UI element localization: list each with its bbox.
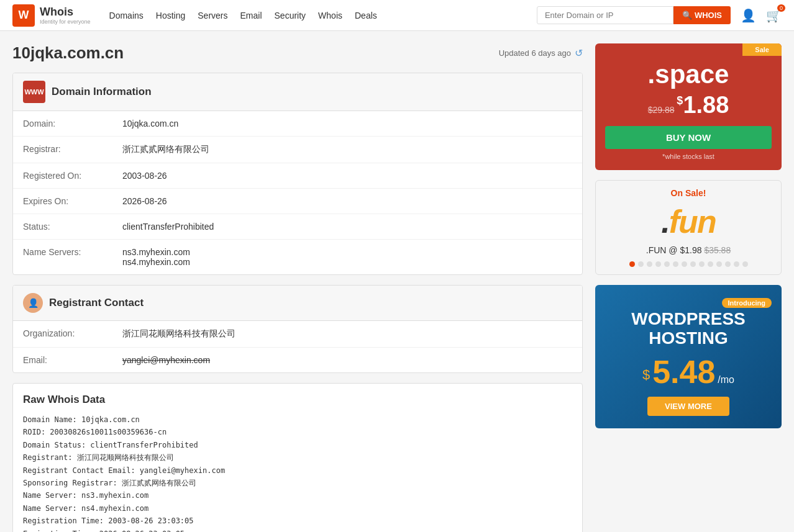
domain-info-header: WWW Domain Information	[13, 73, 582, 111]
domain-info-card: WWW Domain Information Domain: 10jqka.co…	[12, 73, 583, 275]
search-btn-label: WHOIS	[695, 11, 722, 20]
carousel-dot[interactable]	[682, 261, 687, 267]
fun-ad: On Sale! .fun .FUN @ $1.98 $35.88	[595, 180, 782, 275]
nav-servers[interactable]: Servers	[198, 11, 227, 20]
value-organization: 浙江同花顺网络科技有限公司	[122, 328, 235, 340]
header: W Whois Identity for everyone Domains Ho…	[0, 0, 794, 31]
carousel-dot[interactable]	[647, 261, 652, 267]
fun-logo: .fun	[603, 203, 773, 240]
value-nameservers: ns3.myhexin.com ns4.myhexin.com	[122, 247, 190, 267]
carousel-dot[interactable]	[725, 261, 731, 267]
search-button[interactable]: 🔍 WHOIS	[673, 6, 731, 24]
carousel-dot[interactable]	[673, 261, 678, 267]
space-ad: Sale .space $29.88 $1.88 BUY NOW *while …	[595, 43, 782, 170]
wp-per: /mo	[718, 374, 734, 385]
nav-deals[interactable]: Deals	[355, 11, 377, 20]
registrant-title: Registrant Contact	[49, 297, 144, 309]
domain-info-body: Domain: 10jqka.com.cn Registrar: 浙江贰贰网络有…	[13, 111, 582, 274]
view-more-button[interactable]: VIEW MORE	[647, 397, 729, 416]
fun-price-text: .FUN @ $1.98	[646, 245, 702, 255]
wp-price: 5.48	[652, 354, 715, 390]
nav-email[interactable]: Email	[240, 11, 262, 20]
label-domain: Domain:	[23, 119, 122, 128]
wordpress-ad: Introducing WORDPRESSHOSTING $ 5.48 /mo …	[595, 285, 782, 428]
logo-tagline: Identity for everyone	[40, 19, 91, 25]
wp-currency: $	[642, 367, 650, 382]
space-currency: $	[677, 94, 683, 107]
page-title: 10jqka.com.cn	[12, 43, 124, 63]
space-old-price: $29.88	[648, 105, 675, 115]
table-row: Expires On: 2026-08-26	[13, 189, 582, 214]
space-domain: .space	[605, 60, 772, 89]
raw-whois-title: Raw Whois Data	[23, 394, 572, 406]
carousel-dot[interactable]	[742, 261, 748, 267]
table-row: Name Servers: ns3.myhexin.com ns4.myhexi…	[13, 240, 582, 274]
updated-info: Updated 6 days ago ↺	[499, 47, 583, 59]
refresh-icon[interactable]: ↺	[575, 47, 583, 59]
label-expires-on: Expires On:	[23, 196, 122, 206]
sale-badge: Sale	[742, 43, 782, 56]
carousel-dot[interactable]	[629, 261, 635, 267]
account-icon[interactable]: 👤	[741, 8, 756, 23]
carousel-dot[interactable]	[708, 261, 713, 267]
value-registrar: 浙江贰贰网络有限公司	[122, 144, 209, 155]
table-row: Status: clientTransferProhibited	[13, 214, 582, 240]
main-nav: Domains Hosting Servers Email Security W…	[109, 11, 537, 20]
carousel-dot[interactable]	[734, 261, 739, 267]
carousel-dot[interactable]	[690, 261, 696, 267]
fun-sale-text: On Sale!	[603, 188, 773, 198]
label-organization: Organization:	[23, 328, 122, 340]
registrant-header: 👤 Registrant Contact	[13, 286, 582, 321]
main-content: 10jqka.com.cn Updated 6 days ago ↺ WWW D…	[0, 31, 794, 532]
header-icons: 👤 🛒 0	[741, 8, 782, 23]
fun-price-row: .FUN @ $1.98 $35.88	[603, 245, 773, 255]
wp-title: WORDPRESSHOSTING	[605, 310, 772, 348]
content-area: 10jqka.com.cn Updated 6 days ago ↺ WWW D…	[12, 43, 583, 532]
carousel-dot[interactable]	[716, 261, 722, 267]
table-row: Organization: 浙江同花顺网络科技有限公司	[13, 321, 582, 348]
table-row: Registered On: 2003-08-26	[13, 163, 582, 189]
nav-domains[interactable]: Domains	[109, 11, 144, 20]
registrant-card: 👤 Registrant Contact Organization: 浙江同花顺…	[12, 285, 583, 373]
value-domain: 10jqka.com.cn	[122, 119, 178, 128]
cart-icon[interactable]: 🛒 0	[766, 8, 782, 23]
domain-info-title: Domain Information	[52, 86, 152, 98]
wp-price-row: $ 5.48 /mo	[605, 353, 772, 390]
space-new-price: $1.88	[677, 92, 729, 118]
search-input[interactable]	[537, 6, 673, 24]
value-registered-on: 2003-08-26	[122, 171, 167, 181]
sidebar: Sale .space $29.88 $1.88 BUY NOW *while …	[595, 43, 782, 532]
carousel-dot[interactable]	[655, 261, 661, 267]
nav-security[interactable]: Security	[275, 11, 306, 20]
logo-wordmark: Whois	[40, 6, 73, 18]
table-row: Email: yanglei@myhexin.com	[13, 348, 582, 372]
wp-intro-row: Introducing	[605, 297, 772, 307]
registrant-icon: 👤	[23, 293, 43, 313]
buy-now-button[interactable]: BUY NOW	[605, 126, 772, 149]
space-price-row: $29.88 $1.88	[605, 92, 772, 119]
table-row: Registrar: 浙江贰贰网络有限公司	[13, 137, 582, 163]
search-icon: 🔍	[682, 11, 692, 20]
carousel-dot[interactable]	[664, 261, 670, 267]
page-header: 10jqka.com.cn Updated 6 days ago ↺	[12, 43, 583, 63]
space-note: *while stocks last	[605, 153, 772, 160]
fun-dot: .	[661, 204, 669, 240]
label-registrar: Registrar:	[23, 144, 122, 155]
nav-whois[interactable]: Whois	[318, 11, 342, 20]
value-status: clientTransferProhibited	[122, 222, 214, 232]
carousel-dot[interactable]	[699, 261, 705, 267]
nav-hosting[interactable]: Hosting	[156, 11, 185, 20]
value-email: yanglei@myhexin.com	[122, 355, 210, 365]
logo-text: Whois Identity for everyone	[40, 6, 91, 25]
carousel-dot[interactable]	[638, 261, 644, 267]
updated-text: Updated 6 days ago	[499, 48, 571, 58]
label-registered-on: Registered On:	[23, 171, 122, 181]
logo[interactable]: W Whois Identity for everyone	[12, 4, 91, 27]
wp-intro-badge: Introducing	[722, 298, 772, 308]
fun-carousel-dots	[603, 261, 773, 267]
logo-icon: W	[12, 4, 35, 27]
registrant-body: Organization: 浙江同花顺网络科技有限公司 Email: yangl…	[13, 321, 582, 372]
raw-whois-body: Domain Name: 10jqka.com.cn ROID: 2003082…	[23, 413, 572, 532]
raw-whois-card: Raw Whois Data Domain Name: 10jqka.com.c…	[12, 383, 583, 532]
table-row: Domain: 10jqka.com.cn	[13, 111, 582, 137]
